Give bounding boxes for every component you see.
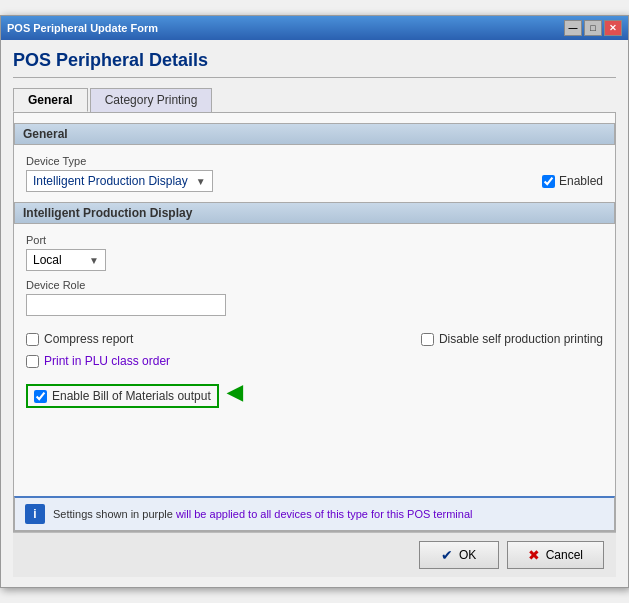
device-type-dropdown[interactable]: Intelligent Production Display ▼ xyxy=(26,170,213,192)
title-bar-controls: — □ ✕ xyxy=(564,20,622,36)
device-type-label: Device Type xyxy=(26,155,603,167)
enabled-label: Enabled xyxy=(559,174,603,188)
enabled-checkbox[interactable] xyxy=(542,175,555,188)
right-checkboxes: Disable self production printing xyxy=(421,324,603,346)
checkboxes-area: Compress report Print in PLU class order… xyxy=(26,324,603,408)
device-role-input[interactable]: BUBBLE TEA MAKE xyxy=(26,294,226,316)
info-text-purple: will be applied to all devices of this t… xyxy=(176,508,473,520)
ok-icon: ✔ xyxy=(441,547,453,563)
enable-bom-row: Enable Bill of Materials output xyxy=(26,384,219,408)
left-checkboxes: Compress report Print in PLU class order… xyxy=(26,324,242,408)
port-value: Local xyxy=(33,253,62,267)
device-role-label: Device Role xyxy=(26,279,603,291)
port-dropdown[interactable]: Local ▼ xyxy=(26,249,106,271)
main-window: POS Peripheral Update Form — □ ✕ POS Per… xyxy=(0,15,629,588)
dropdown-arrow-icon: ▼ xyxy=(196,176,206,187)
enabled-checkbox-row: Enabled xyxy=(542,174,603,188)
print-plu-row: Print in PLU class order xyxy=(26,354,242,368)
cancel-icon: ✖ xyxy=(528,547,540,563)
ok-label: OK xyxy=(459,548,476,562)
print-plu-checkbox[interactable] xyxy=(26,355,39,368)
tabs: General Category Printing xyxy=(13,88,616,112)
enable-bom-label: Enable Bill of Materials output xyxy=(52,389,211,403)
port-label: Port xyxy=(26,234,603,246)
info-bar: i Settings shown in purple will be appli… xyxy=(14,496,615,531)
arrow-icon: ◀ xyxy=(227,380,242,404)
info-text: Settings shown in purple will be applied… xyxy=(53,508,472,520)
print-plu-label: Print in PLU class order xyxy=(44,354,170,368)
device-type-row: Intelligent Production Display ▼ Enabled xyxy=(26,170,603,192)
close-button[interactable]: ✕ xyxy=(604,20,622,36)
general-section-header: General xyxy=(14,123,615,145)
disable-self-checkbox[interactable] xyxy=(421,333,434,346)
page-title: POS Peripheral Details xyxy=(13,50,616,78)
port-row: Local ▼ xyxy=(26,249,603,271)
port-dropdown-arrow-icon: ▼ xyxy=(89,255,99,266)
enable-bom-annotation: Enable Bill of Materials output ◀ xyxy=(26,376,242,408)
maximize-button[interactable]: □ xyxy=(584,20,602,36)
ipd-section-header: Intelligent Production Display xyxy=(14,202,615,224)
tab-category-printing[interactable]: Category Printing xyxy=(90,88,213,112)
window-title: POS Peripheral Update Form xyxy=(7,22,158,34)
device-type-value: Intelligent Production Display xyxy=(33,174,188,188)
tab-content: General Device Type Intelligent Producti… xyxy=(13,112,616,532)
info-text-pre: Settings shown in purple xyxy=(53,508,176,520)
disable-self-row: Disable self production printing xyxy=(421,332,603,346)
tab-general[interactable]: General xyxy=(13,88,88,112)
info-icon: i xyxy=(25,504,45,524)
enable-bom-checkbox[interactable] xyxy=(34,390,47,403)
disable-self-label: Disable self production printing xyxy=(439,332,603,346)
minimize-button[interactable]: — xyxy=(564,20,582,36)
compress-report-row: Compress report xyxy=(26,332,242,346)
window-body: POS Peripheral Details General Category … xyxy=(1,40,628,587)
cancel-button[interactable]: ✖ Cancel xyxy=(507,541,604,569)
footer: ✔ OK ✖ Cancel xyxy=(13,532,616,577)
compress-report-checkbox[interactable] xyxy=(26,333,39,346)
compress-report-label: Compress report xyxy=(44,332,133,346)
title-bar: POS Peripheral Update Form — □ ✕ xyxy=(1,16,628,40)
cancel-label: Cancel xyxy=(546,548,583,562)
ok-button[interactable]: ✔ OK xyxy=(419,541,499,569)
